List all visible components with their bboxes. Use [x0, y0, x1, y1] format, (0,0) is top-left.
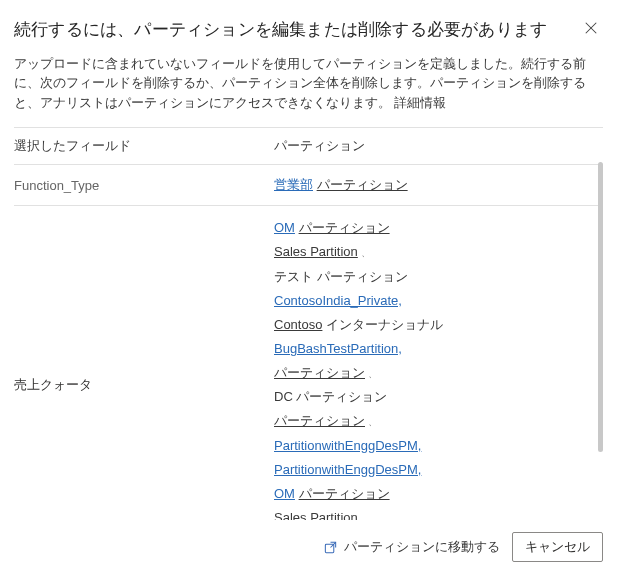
- partition-list: OM パーティションSales Partition 、テスト パーティションCo…: [274, 218, 599, 520]
- partition-item: Sales Partition: [274, 510, 358, 520]
- scrollbar-thumb[interactable]: [598, 162, 603, 452]
- close-icon: [584, 21, 598, 35]
- navigate-partitions-link[interactable]: パーティションに移動する: [323, 538, 500, 556]
- partition-item: パーティション: [274, 365, 365, 380]
- scrollbar-track[interactable]: [598, 162, 603, 520]
- partition-item[interactable]: OM パーティション: [274, 484, 599, 504]
- field-name: 売上クォータ: [14, 206, 274, 520]
- partition-item[interactable]: PartitionwithEnggDesPM,: [274, 460, 599, 480]
- partition-item: Contoso インターナショナル: [274, 315, 599, 335]
- dialog-description: アップロードに含まれていないフィールドを使用してパーティションを定義しました。続…: [14, 55, 603, 113]
- partition-item: テスト パーティション: [274, 267, 599, 287]
- partition-cell: 営業部 パーティション: [274, 165, 603, 206]
- dialog-root: 続行するには、パーティションを編集または削除する必要があります アップロードに含…: [0, 0, 623, 576]
- close-button[interactable]: [579, 16, 603, 40]
- dialog-footer: パーティションに移動する キャンセル: [14, 520, 603, 562]
- navigate-partitions-label: パーティションに移動する: [344, 538, 500, 556]
- open-external-icon: [323, 540, 338, 555]
- more-info-link[interactable]: 詳細情報: [394, 96, 446, 110]
- description-body: アップロードに含まれていないフィールドを使用してパーティションを定義しました。続…: [14, 57, 586, 110]
- fields-table: 選択したフィールド パーティション Function_Type 営業部 パーティ…: [14, 127, 603, 520]
- column-header-field: 選択したフィールド: [14, 128, 274, 165]
- dialog-title: 続行するには、パーティションを編集または削除する必要があります: [14, 18, 579, 41]
- table-row: 売上クォータ OM パーティションSales Partition 、テスト パー…: [14, 206, 603, 520]
- partition-item[interactable]: OM パーティション: [274, 218, 599, 238]
- partition-item[interactable]: 営業部 パーティション: [274, 175, 599, 195]
- partition-item[interactable]: BugBashTestPartition,: [274, 339, 599, 359]
- field-name: Function_Type: [14, 165, 274, 206]
- partition-item[interactable]: ContosoIndia_Private,: [274, 291, 599, 311]
- table-row: Function_Type 営業部 パーティション: [14, 165, 603, 206]
- cancel-button[interactable]: キャンセル: [512, 532, 603, 562]
- partition-item: パーティション: [274, 413, 365, 428]
- partition-item[interactable]: PartitionwithEnggDesPM,: [274, 436, 599, 456]
- partition-item: Sales Partition: [274, 244, 358, 259]
- partition-list: 営業部 パーティション: [274, 175, 599, 195]
- dialog-header: 続行するには、パーティションを編集または削除する必要があります: [14, 18, 603, 41]
- column-header-partition: パーティション: [274, 128, 603, 165]
- partition-cell: OM パーティションSales Partition 、テスト パーティションCo…: [274, 206, 603, 520]
- svg-line-3: [331, 542, 336, 547]
- partition-item: DC パーティション: [274, 387, 599, 407]
- table-container: 選択したフィールド パーティション Function_Type 営業部 パーティ…: [14, 127, 603, 520]
